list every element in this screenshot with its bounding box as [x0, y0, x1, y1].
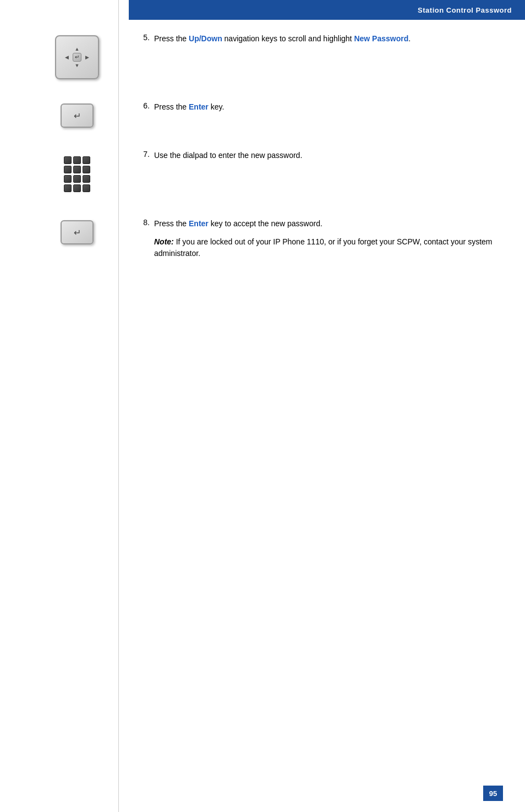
step-6-text-col: 6. Press the Enter key. — [121, 101, 503, 113]
page-title: Station Control Password — [418, 6, 512, 14]
nav-keys-icon: ▲ ◀ ↵ ▶ ▼ — [33, 33, 121, 79]
step-5-number: 5. — [138, 33, 150, 42]
step-6-content: Press the Enter key. — [154, 101, 224, 113]
dialpad-row-2 — [64, 166, 90, 173]
step-8-text-col: 8. Press the Enter key to accept the new… — [121, 218, 503, 259]
dialpad-row-1 — [64, 156, 90, 164]
step-8-content-block: Press the Enter key to accept the new pa… — [154, 218, 503, 259]
dialpad-row-3 — [64, 175, 90, 183]
step-7-number: 7. — [138, 150, 150, 159]
step-7-row: 7. Use the dialpad to enter the new pass… — [33, 150, 503, 196]
step-7-content: Use the dialpad to enter the new passwor… — [154, 150, 302, 161]
enter-key-graphic-8: ↵ — [61, 220, 94, 244]
dialpad-icon-7 — [33, 150, 121, 196]
step-5-text-col: 5. Press the Up/Down navigation keys to … — [121, 33, 503, 45]
note-label: Note: — [154, 237, 174, 246]
step-8-row: ↵ 8. Press the Enter key to accept the n… — [33, 218, 503, 259]
step-5-row: ▲ ◀ ↵ ▶ ▼ 5. Press the Up/Down navigatio… — [33, 33, 503, 79]
nav-key-graphic: ▲ ◀ ↵ ▶ ▼ — [55, 35, 99, 79]
step-7-text-col: 7. Use the dialpad to enter the new pass… — [121, 150, 503, 161]
dialpad-graphic — [61, 152, 94, 196]
step-8-keyword-1: Enter — [189, 219, 209, 228]
enter-key-icon-6: ↵ — [33, 101, 121, 128]
step-5-keyword-1: Up/Down — [189, 34, 222, 43]
enter-key-graphic-6: ↵ — [61, 103, 94, 128]
steps-area: ▲ ◀ ↵ ▶ ▼ 5. Press the Up/Down navigatio… — [33, 33, 503, 281]
step-5-keyword-2: New Password — [354, 34, 408, 43]
enter-key-icon-8: ↵ — [33, 218, 121, 244]
step-8-note: Note: If you are locked out of your IP P… — [154, 236, 503, 259]
step-5-content: Press the Up/Down navigation keys to scr… — [154, 33, 411, 45]
dialpad-row-4 — [64, 184, 90, 192]
page-number: 95 — [483, 786, 503, 801]
step-6-keyword-1: Enter — [189, 102, 209, 111]
step-6-row: ↵ 6. Press the Enter key. — [33, 101, 503, 128]
step-6-number: 6. — [138, 101, 150, 110]
step-8-main-text: Press the Enter key to accept the new pa… — [154, 218, 503, 230]
step-8-number: 8. — [138, 218, 150, 227]
header-bar: Station Control Password — [129, 0, 525, 20]
